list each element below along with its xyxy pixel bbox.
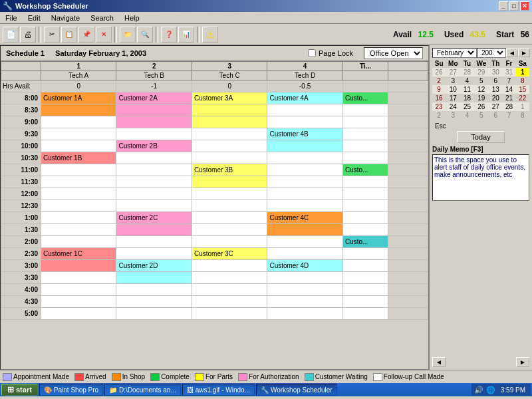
cal-year-select[interactable]: 2003 bbox=[477, 48, 506, 58]
cal-day-1-5[interactable]: 7 bbox=[502, 76, 515, 85]
cal-day-5-0[interactable]: 2 bbox=[432, 111, 446, 120]
cal-day-1-3[interactable]: 5 bbox=[474, 76, 489, 85]
alert-button[interactable]: ⚠ bbox=[202, 27, 218, 43]
memo-text[interactable]: This is the space you use to alert staff… bbox=[432, 154, 529, 201]
cal-day-2-2[interactable]: 11 bbox=[460, 85, 473, 94]
taskbar-paint-shop[interactable]: 🎨 Paint Shop Pro bbox=[39, 384, 103, 396]
menu-search[interactable]: Search bbox=[85, 13, 119, 23]
cal-next-button[interactable]: ► bbox=[518, 49, 530, 57]
cal-day-2-3[interactable]: 12 bbox=[474, 85, 489, 94]
cal-day-1-2[interactable]: 4 bbox=[460, 76, 473, 85]
new-button[interactable]: 📄 bbox=[3, 27, 19, 43]
cal-day-4-5[interactable]: 28 bbox=[502, 102, 515, 111]
minimize-button[interactable]: _ bbox=[499, 1, 508, 11]
cal-day-5-1[interactable]: 3 bbox=[446, 111, 460, 120]
appt-cell-800-0[interactable]: Customer 1A bbox=[41, 92, 116, 104]
appt-cell-900-4 bbox=[342, 116, 388, 128]
nav-button[interactable]: 📁 bbox=[120, 27, 136, 43]
today-button[interactable]: Today bbox=[457, 131, 504, 143]
cal-day-5-5[interactable]: 7 bbox=[502, 111, 515, 120]
cal-day-0-3[interactable]: 29 bbox=[474, 68, 489, 76]
find-button[interactable]: 🔍 bbox=[137, 27, 153, 43]
menu-file[interactable]: File bbox=[0, 13, 23, 23]
cal-day-5-6[interactable]: 8 bbox=[516, 111, 529, 120]
menu-navigate[interactable]: Navigate bbox=[46, 13, 85, 23]
cal-day-0-5[interactable]: 31 bbox=[502, 68, 515, 76]
appt-cell-300-3[interactable]: Customer 4D bbox=[267, 260, 342, 272]
cal-day-1-6[interactable]: 8 bbox=[516, 76, 529, 85]
cal-day-0-2[interactable]: 28 bbox=[460, 68, 473, 76]
cal-day-3-3[interactable]: 19 bbox=[474, 94, 489, 102]
start-button[interactable]: ⊞ start bbox=[1, 384, 38, 396]
cal-day-2-5[interactable]: 14 bbox=[502, 85, 515, 94]
appt-cell-100-3[interactable]: Customer 4C bbox=[267, 212, 342, 224]
cal-day-0-0[interactable]: 26 bbox=[432, 68, 446, 76]
help-button[interactable]: ❓ bbox=[161, 27, 177, 43]
close-button[interactable]: ✕ bbox=[520, 1, 529, 11]
col-header-5: Ti... bbox=[342, 62, 388, 71]
page-lock-checkbox[interactable] bbox=[308, 49, 316, 57]
maximize-button[interactable]: □ bbox=[509, 1, 519, 11]
cal-day-4-1[interactable]: 24 bbox=[446, 102, 460, 111]
cal-day-3-2[interactable]: 18 bbox=[460, 94, 473, 102]
schedule-row-1100: 11:00Customer 3BCusto... bbox=[1, 164, 428, 176]
office-select[interactable]: Office Open bbox=[364, 47, 423, 59]
cal-day-3-5[interactable]: 21 bbox=[502, 94, 515, 102]
legend-color-arrived bbox=[74, 373, 84, 381]
cal-day-2-6[interactable]: 15 bbox=[516, 85, 529, 94]
appt-cell-1100-4[interactable]: Custo... bbox=[342, 164, 388, 176]
print-button[interactable]: 🖨 bbox=[20, 27, 36, 43]
cal-month-select[interactable]: February bbox=[432, 48, 477, 58]
cal-day-1-1[interactable]: 3 bbox=[446, 76, 460, 85]
cal-day-2-1[interactable]: 10 bbox=[446, 85, 460, 94]
appt-cell-230-2[interactable]: Customer 3C bbox=[192, 248, 267, 260]
col-header-time bbox=[1, 62, 41, 71]
info-button[interactable]: 📊 bbox=[178, 27, 194, 43]
appt-cell-230-4 bbox=[342, 248, 388, 260]
cal-day-0-4[interactable]: 30 bbox=[489, 68, 502, 76]
cal-day-5-3[interactable]: 5 bbox=[474, 111, 489, 120]
appt-cell-800-1[interactable]: Customer 2A bbox=[116, 92, 192, 104]
menu-help[interactable]: Help bbox=[119, 13, 145, 23]
cal-day-2-4[interactable]: 13 bbox=[489, 85, 502, 94]
appt-cell-1030-0[interactable]: Customer 1B bbox=[41, 152, 116, 164]
cal-day-5-2[interactable]: 4 bbox=[460, 111, 473, 120]
cal-day-0-6[interactable]: 1 bbox=[516, 68, 529, 76]
appt-cell-800-4[interactable]: Custo... bbox=[342, 92, 388, 104]
cal-day-3-6[interactable]: 22 bbox=[516, 94, 529, 102]
scroll-left-button[interactable]: ◄ bbox=[432, 357, 446, 367]
taskbar-documents[interactable]: 📁 D:\Documents an... bbox=[104, 384, 181, 396]
appt-cell-1100-2[interactable]: Customer 3B bbox=[192, 164, 267, 176]
appt-cell-800-3[interactable]: Customer 4A bbox=[267, 92, 342, 104]
delete-button[interactable]: ✕ bbox=[96, 27, 112, 43]
cal-day-4-3[interactable]: 26 bbox=[474, 102, 489, 111]
scroll-right-button[interactable]: ► bbox=[516, 357, 529, 367]
taskbar-workshop[interactable]: 🔧 Workshop Scheduler bbox=[256, 384, 337, 396]
cal-day-4-4[interactable]: 27 bbox=[489, 102, 502, 111]
appt-cell-200-4[interactable]: Custo... bbox=[342, 236, 388, 248]
cal-day-0-1[interactable]: 27 bbox=[446, 68, 460, 76]
appt-cell-230-0[interactable]: Customer 1C bbox=[41, 248, 116, 260]
cal-day-3-4[interactable]: 20 bbox=[489, 94, 502, 102]
appt-cell-1000-1[interactable]: Customer 2B bbox=[116, 140, 192, 152]
cal-day-4-6[interactable]: 1 bbox=[516, 102, 529, 111]
copy-button[interactable]: 📋 bbox=[61, 27, 77, 43]
paste-button[interactable]: 📌 bbox=[78, 27, 94, 43]
taskbar-image[interactable]: 🖼 aws1.gif - Windo... bbox=[182, 384, 255, 396]
cal-day-3-0[interactable]: 16 bbox=[432, 94, 446, 102]
appt-cell-800-2[interactable]: Customer 3A bbox=[192, 92, 267, 104]
menu-edit[interactable]: Edit bbox=[23, 13, 46, 23]
cal-prev-button[interactable]: ◄ bbox=[506, 49, 518, 57]
appt-cell-300-1[interactable]: Customer 2D bbox=[116, 260, 192, 272]
cal-day-1-4[interactable]: 6 bbox=[489, 76, 502, 85]
cal-day-5-4[interactable]: 6 bbox=[489, 111, 502, 120]
appt-cell-930-3[interactable]: Customer 4B bbox=[267, 128, 342, 140]
office-dropdown[interactable]: Office Open bbox=[364, 47, 423, 59]
cal-day-4-2[interactable]: 25 bbox=[460, 102, 473, 111]
cal-day-3-1[interactable]: 17 bbox=[446, 94, 460, 102]
cal-day-1-0[interactable]: 2 bbox=[432, 76, 446, 85]
appt-cell-100-1[interactable]: Customer 2C bbox=[116, 212, 192, 224]
cal-day-4-0[interactable]: 23 bbox=[432, 102, 446, 111]
cut-button[interactable]: ✂ bbox=[44, 27, 60, 43]
cal-day-2-0[interactable]: 9 bbox=[432, 85, 446, 94]
